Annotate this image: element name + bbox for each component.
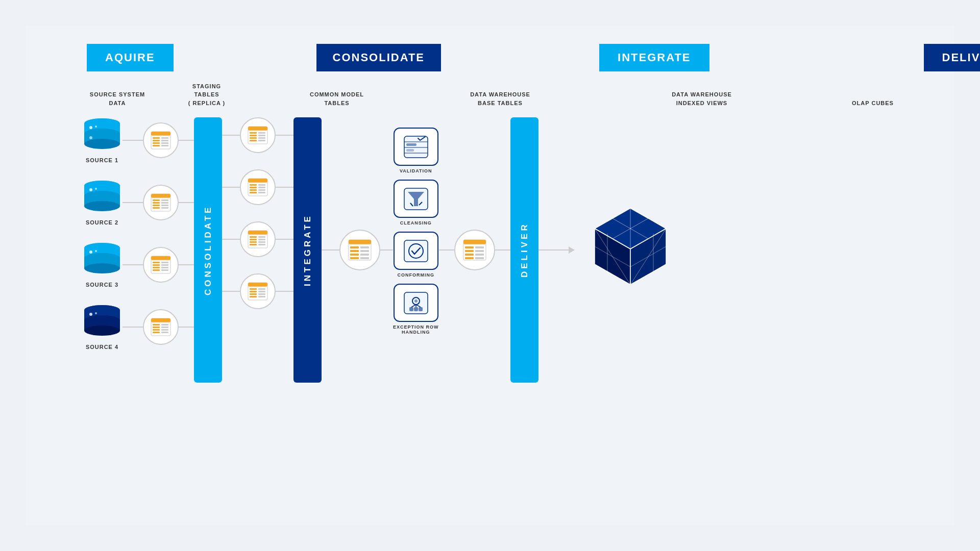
source1-label: SOURCE 1 bbox=[86, 157, 118, 163]
svg-rect-35 bbox=[153, 205, 160, 206]
phase-header-deliver: DELIVER bbox=[924, 44, 980, 71]
svg-rect-19 bbox=[161, 142, 168, 144]
svg-rect-158 bbox=[463, 240, 486, 244]
exception-label: EXCEPTION ROW HANDLING bbox=[393, 324, 439, 335]
svg-rect-13 bbox=[153, 137, 160, 139]
svg-rect-99 bbox=[258, 184, 265, 186]
col-label-dw-base: DATA WAREHOUSE BASE TABLES bbox=[470, 90, 531, 107]
svg-rect-163 bbox=[465, 257, 474, 259]
svg-rect-51 bbox=[151, 256, 170, 260]
staging-icon-1 bbox=[143, 122, 179, 158]
svg-rect-166 bbox=[475, 254, 484, 256]
svg-rect-118 bbox=[250, 291, 257, 292]
common-model-icon-4 bbox=[240, 273, 276, 309]
cleansing-label: CLEANSING bbox=[400, 220, 432, 226]
svg-rect-53 bbox=[153, 262, 160, 263]
line-s1-staging bbox=[122, 140, 143, 141]
svg-rect-15 bbox=[153, 142, 160, 144]
svg-rect-75 bbox=[153, 329, 160, 331]
source2-db-icon bbox=[82, 180, 122, 216]
svg-rect-117 bbox=[250, 288, 257, 290]
svg-rect-110 bbox=[258, 236, 265, 238]
source-system-label: SOURCE SYSTEM DATA bbox=[82, 90, 153, 107]
dw-indexed-icon bbox=[454, 230, 495, 270]
svg-point-28 bbox=[84, 201, 120, 211]
svg-point-49 bbox=[84, 253, 120, 263]
svg-rect-132 bbox=[360, 246, 369, 248]
svg-rect-56 bbox=[153, 269, 160, 271]
source3-label: SOURCE 3 bbox=[86, 282, 118, 288]
sources-column: SOURCE 1 bbox=[82, 117, 194, 350]
dw-base-icon bbox=[339, 230, 380, 270]
svg-rect-16 bbox=[153, 145, 160, 146]
svg-point-5 bbox=[95, 126, 97, 128]
svg-rect-80 bbox=[161, 332, 168, 333]
svg-rect-85 bbox=[250, 135, 257, 136]
dw-indexed-column bbox=[439, 117, 510, 383]
svg-rect-37 bbox=[161, 199, 168, 201]
svg-rect-14 bbox=[153, 140, 160, 141]
integrate-boxes-column: VALIDATION CLEANSING bbox=[393, 117, 439, 383]
svg-rect-164 bbox=[475, 246, 484, 248]
source4-label: SOURCE 4 bbox=[86, 344, 118, 350]
conforming-label: CONFORMING bbox=[398, 272, 435, 278]
svg-rect-165 bbox=[475, 250, 484, 252]
svg-rect-104 bbox=[248, 231, 267, 235]
common-model-column bbox=[222, 117, 293, 309]
diagram-container: AQUIRE CONSOLIDATE INTEGRATE DELIVER SOU… bbox=[26, 26, 954, 525]
olap-cube bbox=[579, 201, 681, 299]
svg-rect-90 bbox=[258, 137, 265, 139]
svg-rect-74 bbox=[153, 327, 160, 328]
arrow-head bbox=[569, 246, 575, 254]
line-staging1-consolidate bbox=[179, 140, 194, 141]
svg-rect-58 bbox=[161, 264, 168, 266]
svg-rect-76 bbox=[153, 332, 160, 333]
svg-rect-124 bbox=[258, 296, 265, 297]
svg-rect-91 bbox=[258, 140, 265, 141]
page-background: AQUIRE CONSOLIDATE INTEGRATE DELIVER SOU… bbox=[0, 0, 980, 551]
svg-rect-115 bbox=[248, 283, 267, 287]
svg-rect-122 bbox=[258, 291, 265, 292]
svg-rect-128 bbox=[350, 246, 359, 248]
svg-rect-100 bbox=[258, 187, 265, 188]
col-label-source: SOURCE SYSTEM DATA bbox=[82, 90, 153, 107]
svg-rect-88 bbox=[258, 132, 265, 134]
svg-rect-82 bbox=[248, 127, 267, 131]
col-label-dw-indexed: DATA WAREHOUSE INDEXED VIEWS bbox=[669, 90, 735, 107]
svg-rect-153 bbox=[419, 307, 423, 311]
svg-rect-130 bbox=[350, 254, 359, 256]
svg-rect-54 bbox=[153, 264, 160, 266]
integrate-bar: INTEGRATE bbox=[293, 117, 322, 383]
svg-point-46 bbox=[95, 250, 97, 252]
arrow-line bbox=[538, 249, 574, 251]
source-row-2: SOURCE 2 bbox=[82, 180, 194, 226]
validation-box: VALIDATION bbox=[393, 128, 439, 173]
source3-db-icon bbox=[82, 242, 122, 279]
svg-rect-86 bbox=[250, 137, 257, 139]
staging-icon-3 bbox=[143, 247, 179, 283]
svg-point-9 bbox=[89, 136, 92, 139]
svg-rect-93 bbox=[248, 179, 267, 183]
svg-rect-101 bbox=[258, 189, 265, 191]
svg-rect-119 bbox=[250, 293, 257, 295]
source-row-1: SOURCE 1 bbox=[82, 117, 194, 163]
svg-rect-60 bbox=[161, 269, 168, 271]
svg-rect-167 bbox=[475, 257, 484, 259]
svg-rect-55 bbox=[153, 267, 160, 268]
common-model-icon-3 bbox=[240, 221, 276, 257]
svg-point-66 bbox=[95, 312, 97, 314]
source-row-4: SOURCE 4 bbox=[82, 304, 194, 350]
svg-point-48 bbox=[84, 263, 120, 273]
svg-rect-39 bbox=[161, 205, 168, 206]
aquire-label: AQUIRE bbox=[105, 51, 155, 64]
svg-rect-71 bbox=[151, 318, 170, 322]
svg-rect-152 bbox=[414, 307, 418, 311]
phase-header-consolidate: CONSOLIDATE bbox=[316, 44, 441, 71]
svg-rect-84 bbox=[250, 132, 257, 134]
svg-rect-151 bbox=[409, 307, 413, 311]
svg-rect-95 bbox=[250, 184, 257, 186]
svg-rect-11 bbox=[151, 132, 170, 136]
svg-rect-79 bbox=[161, 329, 168, 331]
svg-rect-18 bbox=[161, 140, 168, 141]
svg-rect-106 bbox=[250, 236, 257, 238]
